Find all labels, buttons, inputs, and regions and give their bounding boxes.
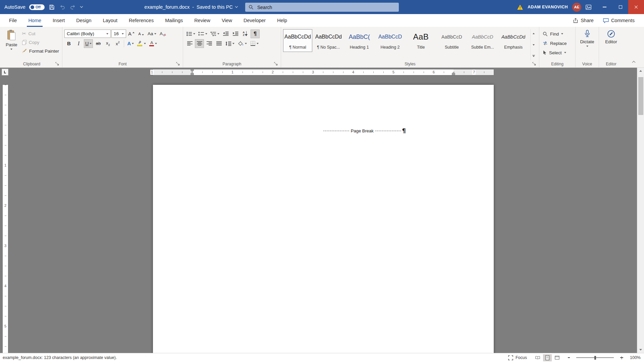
zoom-in-button[interactable] xyxy=(618,355,624,361)
tab-home[interactable]: Home xyxy=(22,14,47,27)
close-button[interactable] xyxy=(628,0,644,14)
horizontal-ruler[interactable]: 1 1 2 3 4 5 6 7 xyxy=(153,69,494,75)
bold-button[interactable]: B xyxy=(64,39,73,48)
align-center-button[interactable] xyxy=(195,39,204,48)
document-page[interactable]: Page Break ¶ xyxy=(153,85,494,353)
style-no-spacing[interactable]: AaBbCcDd ¶ No Spac... xyxy=(314,29,343,52)
font-color-button[interactable]: A xyxy=(148,39,158,48)
clipboard-dialog-launcher[interactable] xyxy=(55,61,60,66)
paste-button[interactable]: Paste xyxy=(3,28,20,60)
save-button[interactable] xyxy=(48,4,55,11)
scroll-up-button[interactable] xyxy=(637,68,644,74)
show-formatting-marks-button[interactable]: ¶ xyxy=(251,29,260,38)
decrease-indent-button[interactable] xyxy=(221,29,230,38)
text-effects-button[interactable]: A xyxy=(126,39,135,48)
strikethrough-button[interactable]: ab xyxy=(94,39,103,48)
style-heading-2[interactable]: AaBbCcD Heading 2 xyxy=(376,29,405,52)
styles-dialog-launcher[interactable] xyxy=(532,61,537,66)
scrollbar-thumb[interactable] xyxy=(638,77,643,115)
styles-scroll-down-button[interactable] xyxy=(531,42,537,48)
document-stats[interactable]: example_forum.docx: 123 characters (an a… xyxy=(3,355,117,360)
clear-formatting-button[interactable]: A xyxy=(158,29,167,38)
style-title[interactable]: AaB Title xyxy=(407,29,436,52)
vertical-scrollbar[interactable] xyxy=(637,68,644,353)
align-left-button[interactable] xyxy=(185,39,194,48)
warning-icon[interactable] xyxy=(517,4,523,10)
font-family-select[interactable]: Calibri (Body) xyxy=(64,29,111,38)
bullets-button[interactable] xyxy=(185,29,197,38)
grow-font-button[interactable]: A xyxy=(127,29,136,38)
read-mode-button[interactable] xyxy=(533,354,542,361)
print-layout-button[interactable] xyxy=(543,354,552,361)
zoom-slider-thumb[interactable] xyxy=(594,356,596,360)
replace-button[interactable]: Replace xyxy=(541,39,573,47)
tab-insert[interactable]: Insert xyxy=(47,14,70,27)
comments-button[interactable]: Comments xyxy=(600,16,638,24)
tab-view[interactable]: View xyxy=(216,14,238,27)
font-size-select[interactable]: 16 xyxy=(111,29,126,38)
tab-help[interactable]: Help xyxy=(271,14,293,27)
editor-button[interactable]: Editor xyxy=(602,28,621,60)
justify-button[interactable] xyxy=(214,39,223,48)
subscript-button[interactable]: x2 xyxy=(103,39,112,48)
autosave-toggle[interactable]: Off xyxy=(29,4,45,10)
shrink-font-button[interactable]: A xyxy=(137,29,146,38)
focus-button[interactable]: Focus xyxy=(506,355,529,361)
line-spacing-button[interactable] xyxy=(224,39,236,48)
tab-design[interactable]: Design xyxy=(70,14,97,27)
zoom-slider[interactable] xyxy=(576,355,614,360)
tab-mailings[interactable]: Mailings xyxy=(159,14,189,27)
align-right-button[interactable] xyxy=(205,39,214,48)
tab-developer[interactable]: Developer xyxy=(238,14,271,27)
borders-button[interactable] xyxy=(249,39,260,48)
style-normal[interactable]: AaBbCcDd ¶ Normal xyxy=(283,29,312,52)
redo-button[interactable] xyxy=(69,4,76,10)
search-input[interactable] xyxy=(257,4,395,10)
style-emphasis[interactable]: AaBbCcDd Emphasis xyxy=(499,29,528,52)
format-painter-button[interactable]: Format Painter xyxy=(20,47,61,55)
font-dialog-launcher[interactable] xyxy=(175,61,180,66)
paragraph-dialog-launcher[interactable] xyxy=(273,61,278,66)
search-box[interactable] xyxy=(245,3,399,12)
underline-button[interactable]: U xyxy=(84,39,93,48)
style-subtitle[interactable]: AaBbCcD Subtitle xyxy=(437,29,466,52)
customize-quick-access-button[interactable] xyxy=(80,6,83,8)
numbering-button[interactable] xyxy=(197,29,209,38)
tab-file[interactable]: File xyxy=(3,14,22,27)
collapse-ribbon-button[interactable] xyxy=(632,59,636,66)
shading-button[interactable] xyxy=(236,39,248,48)
cut-button[interactable]: ✂ Cut xyxy=(20,29,61,38)
minimize-button[interactable] xyxy=(597,0,612,14)
styles-gallery-more-button[interactable] xyxy=(531,53,537,59)
user-name[interactable]: ADAM EVANOVICH xyxy=(528,5,568,9)
zoom-level[interactable]: 100% xyxy=(629,355,641,360)
copy-button[interactable]: Copy xyxy=(20,38,61,47)
style-heading-1[interactable]: AaBbC( Heading 1 xyxy=(345,29,374,52)
superscript-button[interactable]: x2 xyxy=(113,39,122,48)
tab-stop-selector[interactable] xyxy=(2,69,8,75)
find-button[interactable]: Find xyxy=(541,30,573,38)
picture-icon[interactable] xyxy=(586,5,591,10)
maximize-button[interactable] xyxy=(612,0,628,14)
vertical-ruler[interactable]: 1 2 3 4 5 xyxy=(3,85,8,353)
document-title-area[interactable]: example_forum.docx - Saved to this PC xyxy=(145,0,237,14)
styles-scroll-up-button[interactable] xyxy=(531,31,537,37)
style-subtle-emphasis[interactable]: AaBbCcD Subtle Em... xyxy=(468,29,497,52)
highlight-button[interactable] xyxy=(136,39,147,48)
change-case-button[interactable]: Aa xyxy=(146,29,158,38)
tab-review[interactable]: Review xyxy=(189,14,216,27)
undo-button[interactable] xyxy=(59,4,66,10)
italic-button[interactable]: I xyxy=(74,39,83,48)
tab-layout[interactable]: Layout xyxy=(97,14,123,27)
share-button[interactable]: Share xyxy=(570,16,597,24)
sort-button[interactable]: AZ xyxy=(241,29,250,38)
multilevel-list-button[interactable] xyxy=(209,29,221,38)
zoom-out-button[interactable] xyxy=(566,355,572,361)
select-button[interactable]: Select xyxy=(541,49,573,57)
avatar[interactable]: AE xyxy=(572,3,581,12)
increase-indent-button[interactable] xyxy=(231,29,240,38)
tab-references[interactable]: References xyxy=(123,14,159,27)
dictate-button[interactable]: Dictate xyxy=(578,28,597,60)
scroll-down-button[interactable] xyxy=(637,347,644,353)
web-layout-button[interactable] xyxy=(553,354,561,361)
